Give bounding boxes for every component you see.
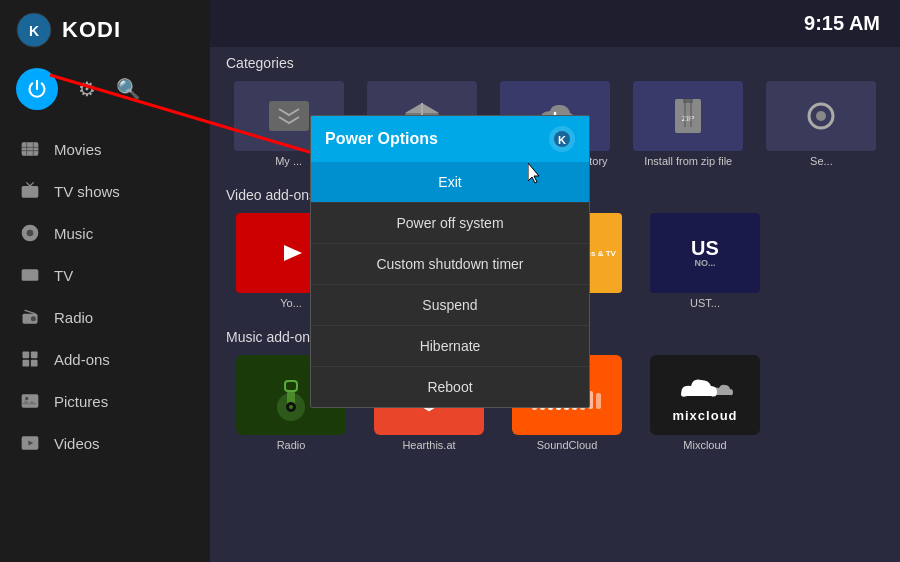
close-icon: K [553, 130, 571, 148]
app-title: KODI [62, 17, 121, 43]
sidebar-item-radio[interactable]: Radio [0, 296, 210, 338]
addon-mixcloud[interactable]: mixcloud Mixcloud [640, 355, 770, 451]
card-install-zip[interactable]: ZIP Install from zip file [626, 81, 751, 167]
radio-icon [20, 307, 40, 327]
addon-ust-thumb: US NO... [650, 213, 760, 293]
mixcloud-icon [675, 368, 735, 404]
svg-rect-12 [31, 360, 38, 367]
power-dialog-header: Power Options K [311, 116, 589, 162]
svg-text:K: K [29, 23, 39, 39]
dropbox-icon [264, 91, 314, 141]
addon-radio-label: Radio [277, 439, 306, 451]
svg-point-23 [816, 111, 826, 121]
tv-icon [20, 265, 40, 285]
power-button[interactable] [16, 68, 58, 110]
addon-mixcloud-thumb: mixcloud [650, 355, 760, 435]
addon-mixcloud-label: Mixcloud [683, 439, 726, 451]
music-icon [20, 223, 40, 243]
card-install-zip-icon: ZIP [633, 81, 743, 151]
youtube-play-icon [266, 236, 316, 270]
nav-list: Movies TV shows Music TV Radio Add-ons P… [0, 128, 210, 464]
settings-icon[interactable]: ⚙ [78, 77, 96, 101]
sidebar-header: K KODI [0, 0, 210, 60]
power-options-dialog: Power Options K Exit Power off system Cu… [310, 115, 590, 408]
svg-point-30 [289, 405, 293, 409]
addon-hearthis-label: Hearthis.at [402, 439, 455, 451]
svg-rect-3 [22, 186, 39, 198]
sidebar-toolbar: ⚙ 🔍 [0, 60, 210, 118]
card-settings[interactable]: Se... [759, 81, 884, 167]
svg-rect-6 [22, 269, 39, 281]
svg-text:K: K [558, 134, 566, 146]
svg-point-14 [25, 397, 28, 400]
radio-label: Radio [54, 309, 93, 326]
power-option-poweroff[interactable]: Power off system [311, 203, 589, 244]
power-icon [27, 79, 47, 99]
svg-rect-28 [285, 381, 297, 391]
zip-icon: ZIP [663, 91, 713, 141]
sidebar-item-music[interactable]: Music [0, 212, 210, 254]
addon-ust[interactable]: US NO... UST... [640, 213, 770, 309]
svg-rect-9 [23, 352, 30, 359]
sidebar-item-videos[interactable]: Videos [0, 422, 210, 464]
sidebar-item-movies[interactable]: Movies [0, 128, 210, 170]
sidebar-item-pictures[interactable]: Pictures [0, 380, 210, 422]
settings-box-icon [796, 91, 846, 141]
svg-rect-10 [31, 352, 38, 359]
addon-youtube-label: Yo... [280, 297, 302, 309]
power-option-reboot[interactable]: Reboot [311, 367, 589, 407]
svg-point-8 [31, 316, 36, 321]
power-option-exit[interactable]: Exit [311, 162, 589, 203]
addon-ust-label: UST... [690, 297, 720, 309]
tv-label: TV [54, 267, 73, 284]
svg-rect-13 [22, 394, 39, 407]
svg-rect-11 [23, 360, 30, 367]
power-option-suspend[interactable]: Suspend [311, 285, 589, 326]
power-option-shutdown-timer[interactable]: Custom shutdown timer [311, 244, 589, 285]
top-bar: 9:15 AM [210, 0, 900, 47]
videos-icon [20, 433, 40, 453]
pictures-icon [20, 391, 40, 411]
power-dialog-close-button[interactable]: K [549, 126, 575, 152]
music-label: Music [54, 225, 93, 242]
movies-icon [20, 139, 40, 159]
addons-icon [20, 349, 40, 369]
svg-rect-2 [22, 142, 39, 155]
svg-text:ZIP: ZIP [682, 114, 694, 123]
power-option-hibernate[interactable]: Hibernate [311, 326, 589, 367]
card-settings-icon [766, 81, 876, 151]
clock: 9:15 AM [804, 12, 880, 35]
addons-label: Add-ons [54, 351, 110, 368]
sidebar-item-addons[interactable]: Add-ons [0, 338, 210, 380]
sidebar: K KODI ⚙ 🔍 Movies TV shows Music TV [0, 0, 210, 562]
kodi-logo-icon: K [16, 12, 52, 48]
movies-label: Movies [54, 141, 102, 158]
sidebar-item-tvshows[interactable]: TV shows [0, 170, 210, 212]
power-dialog-title: Power Options [325, 130, 438, 148]
addon-soundcloud-label: SoundCloud [537, 439, 598, 451]
pictures-label: Pictures [54, 393, 108, 410]
svg-point-5 [27, 230, 34, 237]
svg-rect-41 [596, 393, 601, 409]
tvshows-icon [20, 181, 40, 201]
tvshows-label: TV shows [54, 183, 120, 200]
videos-label: Videos [54, 435, 100, 452]
categories-title: Categories [210, 47, 900, 75]
card-install-zip-label: Install from zip file [644, 155, 732, 167]
card-settings-label: Se... [810, 155, 833, 167]
sidebar-item-tv[interactable]: TV [0, 254, 210, 296]
search-icon[interactable]: 🔍 [116, 77, 141, 101]
card-my-label: My ... [275, 155, 302, 167]
